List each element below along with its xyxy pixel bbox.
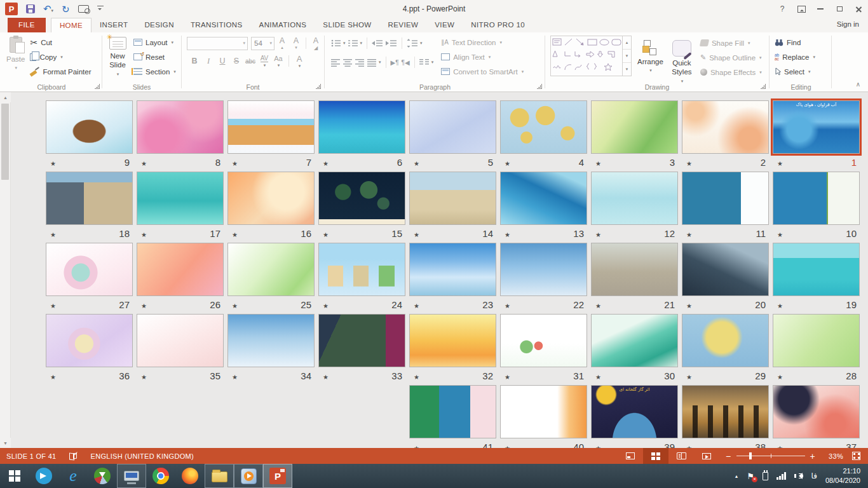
columns-button[interactable]: ▾ xyxy=(418,55,435,69)
redo-icon[interactable]: ↻ xyxy=(62,4,70,14)
slide-thumbnail-25[interactable] xyxy=(227,243,315,296)
tab-design[interactable]: DESIGN xyxy=(136,18,182,32)
tab-insert[interactable]: INSERT xyxy=(92,18,136,32)
slide-thumbnail-28[interactable] xyxy=(773,314,860,367)
slide-thumbnail-23[interactable] xyxy=(409,243,496,296)
spell-check-icon[interactable] xyxy=(69,452,78,460)
zoom-in-button[interactable]: + xyxy=(810,452,815,461)
align-center-button[interactable] xyxy=(342,55,354,69)
taskbar-firefox[interactable] xyxy=(175,464,205,488)
shape-outline-button[interactable]: ✎Shape Outline▾ xyxy=(700,50,762,65)
format-painter-button[interactable]: Format Painter xyxy=(30,64,91,79)
reading-view-button[interactable] xyxy=(668,448,694,464)
find-button[interactable]: Find xyxy=(775,35,831,50)
shrink-font-button[interactable]: A▾ xyxy=(290,36,302,50)
language-switcher[interactable]: فا xyxy=(811,471,817,480)
bold-button[interactable]: B xyxy=(188,54,201,68)
slide-thumbnail-14[interactable] xyxy=(409,172,496,225)
slide-thumbnail-11[interactable] xyxy=(682,172,769,225)
tab-home[interactable]: HOME xyxy=(51,18,92,32)
sign-in-link[interactable]: Sign in xyxy=(837,20,859,28)
align-text-button[interactable]: Align Text▾ xyxy=(441,50,524,64)
slide-thumbnail-13[interactable] xyxy=(500,172,587,225)
tab-file[interactable]: FILE xyxy=(8,18,46,32)
slide-thumbnail-33[interactable] xyxy=(318,314,405,367)
shape-fill-button[interactable]: Shape Fill▾ xyxy=(700,36,762,50)
help-button[interactable]: ? xyxy=(773,0,792,18)
arrange-button[interactable]: Arrange ▾ xyxy=(637,36,663,74)
font-color-button[interactable]: A▾ xyxy=(293,54,306,68)
italic-button[interactable]: I xyxy=(202,54,215,68)
collapse-ribbon-button[interactable]: ∧ xyxy=(856,81,860,88)
zoom-slider[interactable] xyxy=(736,456,805,456)
justify-button[interactable]: ▾ xyxy=(366,55,383,69)
slide-thumbnail-10[interactable] xyxy=(773,172,860,225)
grow-font-button[interactable]: A▴ xyxy=(276,36,288,50)
slide-thumbnail-26[interactable] xyxy=(137,243,224,296)
tab-transitions[interactable]: TRANSITIONS xyxy=(182,18,251,32)
action-center-icon[interactable]: ⚑✕ xyxy=(747,472,754,480)
new-slide-button[interactable]: New Slide ▾ xyxy=(105,32,130,79)
slide-thumbnail-21[interactable] xyxy=(591,243,678,296)
slide-thumbnail-3[interactable] xyxy=(591,100,678,154)
text-direction-button[interactable]: ∥AText Direction▾ xyxy=(441,35,524,50)
change-case-button[interactable]: Aa▾ xyxy=(272,54,285,68)
slide-thumbnail-39[interactable]: اثر گاز گلخانه ای xyxy=(591,385,678,438)
slide-thumbnail-18[interactable] xyxy=(46,172,133,225)
slide-thumbnail-2[interactable] xyxy=(682,100,769,154)
font-name-combo[interactable]: ▾ xyxy=(187,37,248,50)
clear-formatting-button[interactable]: A◢ xyxy=(309,36,322,50)
cut-button[interactable]: ✂Cut xyxy=(30,35,91,50)
slide-thumbnail-35[interactable] xyxy=(137,314,224,367)
language-indicator[interactable]: ENGLISH (UNITED KINGDOM) xyxy=(91,452,194,460)
shapes-more-button[interactable]: ▼ xyxy=(623,63,631,76)
taskbar-media-player[interactable] xyxy=(234,464,263,488)
slide-sorter-view-button[interactable] xyxy=(643,448,668,464)
ribbon-display-options-button[interactable] xyxy=(792,0,811,18)
decrease-indent-button[interactable] xyxy=(370,36,384,50)
zoom-slider-thumb[interactable] xyxy=(749,452,752,459)
slide-thumbnail-27[interactable] xyxy=(46,243,133,296)
start-slideshow-icon[interactable] xyxy=(78,5,89,13)
slide-thumbnail-37[interactable] xyxy=(773,385,860,438)
shapes-scroll-down[interactable]: ▼ xyxy=(623,50,631,63)
power-icon[interactable] xyxy=(763,472,768,480)
shape-effects-button[interactable]: Shape Effects▾ xyxy=(700,65,762,79)
restore-button[interactable] xyxy=(830,0,849,18)
scroll-down-arrow[interactable]: ▼ xyxy=(0,438,11,448)
hidden-icons-button[interactable]: ▲ xyxy=(734,474,738,478)
slide-thumbnail-34[interactable] xyxy=(227,314,315,367)
save-icon[interactable] xyxy=(26,4,35,13)
paste-button[interactable]: Paste ▾ xyxy=(6,32,25,79)
shapes-gallery[interactable]: ▲ ▼ ▼ xyxy=(550,36,632,76)
taskbar-powerpoint[interactable]: P xyxy=(263,464,292,488)
scroll-up-arrow[interactable]: ▲ xyxy=(0,92,11,102)
slide-thumbnail-24[interactable] xyxy=(318,243,405,296)
slide-thumbnail-19[interactable] xyxy=(773,243,860,296)
slide-thumbnail-40[interactable] xyxy=(500,385,587,438)
slide-thumbnail-4[interactable] xyxy=(500,100,587,154)
taskbar-remote-viewer[interactable] xyxy=(117,464,146,488)
slide-thumbnail-1[interactable]: آب فراوان ، هوای پاک xyxy=(773,100,860,154)
slide-thumbnail-5[interactable] xyxy=(409,100,496,154)
zoom-percentage[interactable]: 33% xyxy=(822,452,843,460)
slide-thumbnail-36[interactable] xyxy=(46,314,133,367)
font-size-combo[interactable]: 54▾ xyxy=(251,37,275,50)
character-spacing-button[interactable]: AV▾ xyxy=(258,54,271,68)
undo-button[interactable]: ↶▾ xyxy=(43,4,53,14)
increase-indent-button[interactable] xyxy=(384,36,398,50)
align-right-button[interactable] xyxy=(354,55,366,69)
vertical-scrollbar[interactable]: ▲ ▼ xyxy=(0,92,11,448)
tab-nitro-pro-10[interactable]: NITRO PRO 10 xyxy=(463,18,533,32)
volume-icon[interactable] xyxy=(794,472,803,480)
select-button[interactable]: Select ▾ xyxy=(775,64,831,79)
slide-thumbnail-41[interactable] xyxy=(409,385,496,438)
slide-thumbnail-22[interactable] xyxy=(500,243,587,296)
minimize-button[interactable] xyxy=(811,0,830,18)
font-dialog-launcher[interactable] xyxy=(316,84,321,89)
reset-button[interactable]: Reset xyxy=(133,50,176,64)
zoom-out-button[interactable]: − xyxy=(726,452,731,461)
slide-thumbnail-15[interactable] xyxy=(318,172,405,225)
text-shadow-button[interactable]: abc xyxy=(244,54,257,68)
taskbar-chrome[interactable] xyxy=(146,464,175,488)
